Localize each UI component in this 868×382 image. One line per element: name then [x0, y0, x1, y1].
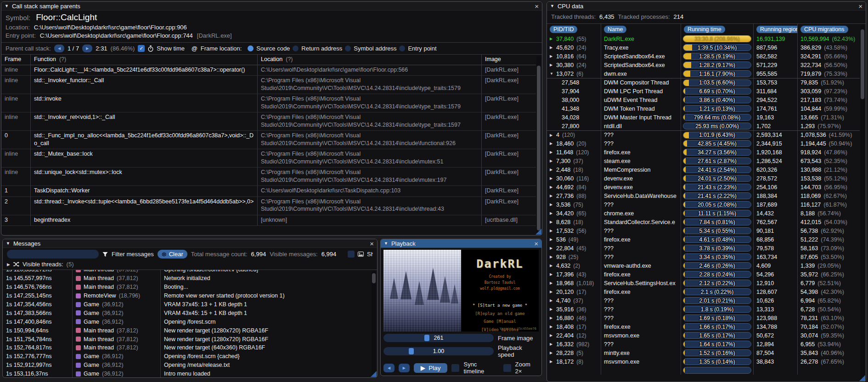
prev-parent-button[interactable]: ◀: [54, 45, 64, 52]
close-icon[interactable]: ×: [370, 241, 374, 247]
collapse-icon[interactable]: ▼: [6, 241, 10, 246]
zoom-2x-checkbox[interactable]: [503, 364, 511, 372]
show-images-checkbox[interactable]: [348, 251, 355, 258]
cpu-row[interactable]: ▶ 37,840 (55) DarkRL.exe 33:30.8 (208.96…: [547, 34, 860, 43]
frame-location-radio[interactable]: Source code: [248, 45, 290, 52]
message-row[interactable]: 1s 150,994,64ns Main thread (37,812) New…: [3, 326, 371, 335]
cpu-row[interactable]: ▶ 10,816 (64) ScriptedSandbox64.exe 1:28…: [547, 52, 860, 61]
callstack-row[interactable]: inline std::_Mutex_base::lock C:\Program…: [1, 149, 536, 168]
expand-icon[interactable]: ▶: [550, 333, 556, 337]
message-row[interactable]: 1s 147,400,846ns Game (36,912) Opening /…: [3, 317, 371, 326]
column-name[interactable]: Name: [604, 26, 626, 33]
show-images-label[interactable]: Sh: [367, 251, 373, 258]
expand-icon[interactable]: ▶: [550, 281, 556, 285]
cpu-row[interactable]: ▶ 18,968 (1,018) ServiceHub.SettingsHost…: [547, 279, 860, 287]
expand-icon[interactable]: ▶: [550, 185, 556, 189]
cpu-row[interactable]: ▶ 30,060 (116) devenv.exe 24.01 s (2.50%…: [547, 174, 860, 183]
expand-icon[interactable]: ▶: [550, 159, 556, 163]
cpu-row[interactable]: ▶ 4 (120) ??? 1:01.9 (6.43%) 2,593,314: [547, 130, 860, 139]
radio-icon[interactable]: [248, 45, 254, 51]
cpu-row[interactable]: ▶ 928 (25) ??? 3.34 s (0.35%) 163,734: [547, 253, 860, 261]
messages-titlebar[interactable]: ▼ Messages ×: [3, 239, 377, 248]
frame-location-radio[interactable]: Return address: [293, 45, 342, 52]
resize-grip[interactable]: [859, 375, 865, 381]
radio-icon[interactable]: [293, 45, 299, 51]
scrollbar-thumb[interactable]: [537, 66, 541, 230]
expand-icon[interactable]: ▶: [550, 37, 556, 41]
callstack-scrollbar[interactable]: [536, 56, 541, 234]
message-row[interactable]: 1s 151,754,784ns Main thread (37,812) Ne…: [3, 335, 371, 343]
cpu-row[interactable]: ▶ 7,300 (37) steam.exe 27.61 s (2.87%) 1…: [547, 157, 860, 165]
cpu-row[interactable]: ▶ 18,172 (8) msvsmon.exe 1.35 s (0.14%) …: [547, 357, 860, 366]
playback-titlebar[interactable]: ▼ Playback ×: [381, 239, 541, 248]
cpu-row[interactable]: 27,548 DWM Compositor Thread 1:03.5 (6.6…: [547, 78, 860, 87]
cpu-row[interactable]: ▶ 18,460 (20) ??? 42.85 s (4.45%) 2,344,…: [547, 139, 860, 148]
cpu-row[interactable]: ▼ 13,072 (6) dwm.exe 1:16.1 (7.90%) 955,…: [547, 69, 860, 78]
close-icon[interactable]: ×: [858, 3, 862, 9]
message-row[interactable]: 1s 120,335,272ns Main thread (37,812) Op…: [3, 270, 371, 274]
expand-icon[interactable]: ▶: [550, 325, 556, 329]
show-time-label[interactable]: Show time: [157, 45, 185, 52]
scrollbar-thumb[interactable]: [861, 29, 864, 99]
cpu-row[interactable]: ▶ 8,628 (18) StandardCollector.Service.e…: [547, 218, 860, 226]
expand-icon[interactable]: ▶: [550, 150, 556, 154]
message-row[interactable]: 1s 152,764,817ns Main thread (37,812) Ne…: [3, 343, 371, 352]
shuffle-icon[interactable]: [13, 262, 19, 267]
cpu-row[interactable]: ▶ 28,228 (5) mintty.exe 1.52 s (0.16%) 8…: [547, 348, 860, 357]
message-row[interactable]: 1s 152,912,997ns Game (36,912) Opening /…: [3, 361, 371, 370]
callstack-row[interactable]: 3 beginthreadex [unknown] [ucrtbase.dll]: [1, 215, 536, 226]
cpu-row[interactable]: ▶ 20,120 (17) firefox.exe 2.1 s (0.22%) …: [547, 287, 860, 296]
cpu-row[interactable]: 27,800 ntdll.dll 25.93 ms (0.00%) 1,702: [547, 122, 860, 130]
clear-button[interactable]: ⊗ Clear: [158, 250, 187, 258]
frame-image-slider[interactable]: 261: [383, 334, 494, 342]
column-running-regions[interactable]: Running regions: [756, 26, 798, 33]
show-time-checkbox[interactable]: ✓: [138, 45, 145, 52]
cpu-row[interactable]: ▶ 22,804 (45) ??? 3.78 s (0.39%) 79,578: [547, 244, 860, 253]
cpu-row[interactable]: 41,348 DWM Token Thread 1.21 s (0.13%) 1…: [547, 104, 860, 113]
cpu-row[interactable]: ▶ 45,620 (24) Tracy.exe 1:39.5 (10.34%) …: [547, 43, 860, 52]
expand-icon[interactable]: ▶: [550, 316, 556, 320]
callstack-row[interactable]: inline std::invoke C:\Program Files (x86…: [1, 94, 536, 112]
expand-icon[interactable]: ▶: [550, 211, 556, 215]
expand-icon[interactable]: ▶: [550, 237, 556, 242]
cpu-row[interactable]: ▶ 3,536 (75) ??? 20.05 s (2.08%) 187,689: [547, 200, 860, 209]
cpu-row[interactable]: ▶ 34,420 (65) chrome.exe 11.11 s (1.15%)…: [547, 209, 860, 218]
expand-icon[interactable]: ▶: [550, 202, 556, 207]
callstack-row[interactable]: inline std::unique_lock<std::mutex>::loc…: [1, 168, 536, 186]
cpu-row[interactable]: 38,000 uDWM Event Thread 3.86 s (0.40%) …: [547, 96, 860, 104]
collapse-icon[interactable]: ▼: [550, 4, 554, 8]
expand-icon[interactable]: ▶: [550, 272, 556, 276]
expand-icon[interactable]: ▶: [550, 290, 556, 294]
cpu-row[interactable]: 34,028 DWM Master Input Thread 799.64 ms…: [547, 113, 860, 122]
cpu-row[interactable]: 37,904 DWM LPC Port Thread 6.69 s (0.70%…: [547, 87, 860, 96]
playback-speed-slider[interactable]: 1.00: [383, 347, 494, 355]
message-row[interactable]: 1s 145,557,997ns Main thread (37,812) Ne…: [3, 274, 371, 283]
cpu-row[interactable]: ▶ 17,396 (43) firefox.exe 2.28 s (0.24%)…: [547, 270, 860, 279]
cpu-row[interactable]: ▶ 11,648 (120) firefox.exe 34.27 s (3.56…: [547, 148, 860, 157]
messages-scrollbar[interactable]: [372, 271, 376, 376]
cpu-row[interactable]: ▶ 18,408 (17) firefox.exe 1.66 s (0.17%)…: [547, 322, 860, 331]
cpu-row[interactable]: ▶ 27,736 (88) ServiceHub.DataWarehouse 2…: [547, 191, 860, 200]
callstack-row[interactable]: 0 std::_Func_impl_no_alloc<<lambda_5bc22…: [1, 131, 536, 149]
frame-location-radio[interactable]: Entry point: [399, 45, 436, 52]
cpu-row[interactable]: ▶ 4,632 (2) vmware-authd.exe 2.46 s (0.2…: [547, 261, 860, 270]
expand-icon[interactable]: ▶: [7, 262, 10, 267]
expand-icon[interactable]: ▶: [550, 246, 556, 250]
callstack-row[interactable]: inline std::_Invoker_ret<void,1>::_Call …: [1, 112, 536, 131]
expand-icon[interactable]: ▶: [550, 133, 556, 137]
close-icon[interactable]: ×: [535, 3, 539, 9]
message-row[interactable]: 1s 147,354,456ns Game (36,912) VRAM 37x4…: [3, 300, 371, 309]
callstack-row[interactable]: 2 std::thread::_Invoke<std::tuple<<lambd…: [1, 197, 536, 215]
play-button[interactable]: ▶ Play: [414, 363, 448, 373]
cpu-row[interactable]: ▶ 4,740 (37) ??? 2.01 s (0.21%) 10,626: [547, 296, 860, 305]
cpu-row[interactable]: ▶ 2,448 (18) MemCompression 24.41 s (2.5…: [547, 165, 860, 174]
column-cpu-migrations[interactable]: CPU migrations: [800, 26, 848, 33]
expand-icon[interactable]: ▶: [550, 63, 556, 67]
expand-icon[interactable]: ▶: [550, 220, 556, 224]
step-forward-button[interactable]: ▶: [399, 364, 410, 372]
cpu-row[interactable]: ▶ 30,380 (24) ScriptedSandbox64.exe 1:28…: [547, 61, 860, 69]
cpu-row[interactable]: ▶ 536 (49) firefox.exe 4.61 s (0.48%) 68…: [547, 235, 860, 244]
cpu-row[interactable]: ▶ 16,880 (46) ??? 1.69 s (0.18%) 123,988: [547, 314, 860, 322]
filter-input[interactable]: [7, 250, 99, 258]
expand-icon[interactable]: ▶: [550, 168, 556, 172]
